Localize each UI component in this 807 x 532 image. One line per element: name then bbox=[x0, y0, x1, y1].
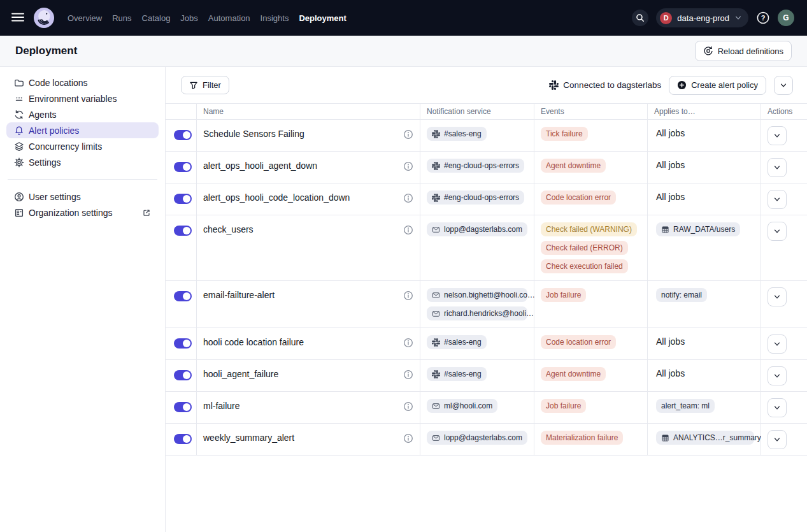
applies-to-text: All jobs bbox=[656, 368, 685, 378]
dagster-logo[interactable] bbox=[34, 8, 54, 28]
notification-service-cell: ml@hooli.com bbox=[420, 392, 534, 423]
service-label: nelson.bighetti@hooli.co… bbox=[444, 291, 535, 299]
help-icon: ? bbox=[756, 11, 770, 25]
alert-enabled-toggle[interactable] bbox=[174, 130, 192, 140]
email-icon bbox=[432, 310, 440, 318]
folder-icon bbox=[14, 78, 24, 88]
filter-button[interactable]: Filter bbox=[181, 76, 229, 94]
info-icon[interactable] bbox=[403, 193, 413, 203]
applies-to-cell: All jobs bbox=[648, 328, 761, 359]
nav-overview[interactable]: Overview bbox=[68, 13, 102, 23]
topbar-right: D data-eng-prod ? G bbox=[632, 8, 794, 27]
sidebar-item-organization-settings[interactable]: Organization settings bbox=[6, 205, 159, 220]
help-button[interactable]: ? bbox=[756, 11, 770, 25]
events-cell: Tick failure bbox=[534, 120, 648, 151]
search-button[interactable] bbox=[632, 10, 648, 26]
user-avatar[interactable]: G bbox=[778, 10, 794, 26]
row-actions-button[interactable] bbox=[768, 366, 787, 385]
page-title: Deployment bbox=[15, 45, 77, 57]
hamburger-menu-button[interactable] bbox=[10, 12, 25, 24]
nav-automation[interactable]: Automation bbox=[208, 13, 250, 23]
event-tag: Code location error bbox=[541, 335, 616, 349]
applies-to-text: All jobs bbox=[656, 192, 685, 202]
toggle-cell bbox=[166, 152, 197, 183]
toggle-cell bbox=[166, 281, 197, 327]
info-icon[interactable] bbox=[403, 291, 413, 301]
name-cell: ml-failure bbox=[197, 392, 420, 423]
applies-to-text: All jobs bbox=[656, 128, 685, 138]
table-header-row: NameNotification serviceEventsApplies to… bbox=[166, 104, 807, 120]
slack-icon bbox=[549, 80, 559, 90]
deployment-switcher[interactable]: D data-eng-prod bbox=[656, 8, 748, 27]
reload-definitions-button[interactable]: Reload definitions bbox=[695, 41, 792, 61]
info-icon[interactable] bbox=[403, 433, 413, 443]
alert-enabled-toggle[interactable] bbox=[174, 162, 192, 172]
column-header-actions: Actions bbox=[761, 104, 807, 119]
info-icon[interactable] bbox=[403, 338, 413, 348]
alert-enabled-toggle[interactable] bbox=[174, 194, 192, 204]
event-tag: Job failure bbox=[541, 399, 586, 413]
row-actions-button[interactable] bbox=[768, 126, 787, 145]
alert-policy-name: ml-failure bbox=[203, 401, 240, 411]
sidebar-item-concurrency-limits[interactable]: Concurrency limits bbox=[6, 138, 159, 154]
info-icon[interactable] bbox=[403, 370, 413, 380]
notification-service-cell: lopp@dagsterlabs.com bbox=[420, 424, 534, 455]
nav-deployment[interactable]: Deployment bbox=[299, 13, 346, 23]
chevron-down-icon bbox=[734, 14, 742, 22]
applies-to-label: notify: email bbox=[661, 291, 702, 299]
row-actions-button[interactable] bbox=[768, 190, 787, 209]
alert-policy-name: hooli_agent_failure bbox=[203, 369, 278, 379]
nav-runs[interactable]: Runs bbox=[112, 13, 131, 23]
info-icon[interactable] bbox=[403, 161, 413, 171]
search-icon bbox=[636, 13, 645, 22]
applies-to-cell: notify: email bbox=[648, 281, 761, 327]
column-header-name: Name bbox=[197, 104, 420, 119]
applies-to-label: RAW_DATA/users bbox=[673, 225, 735, 234]
row-actions-button[interactable] bbox=[768, 430, 787, 449]
asset-table-icon bbox=[661, 434, 669, 442]
alert-enabled-toggle[interactable] bbox=[174, 402, 192, 412]
sidebar-item-environment-variables[interactable]: Environment variables bbox=[6, 90, 159, 106]
alert-enabled-toggle[interactable] bbox=[174, 226, 192, 236]
sidebar-item-user-settings[interactable]: User settings bbox=[6, 189, 159, 205]
info-icon[interactable] bbox=[403, 225, 413, 235]
applies-to-cell: RAW_DATA/users bbox=[648, 215, 761, 280]
info-icon[interactable] bbox=[403, 129, 413, 140]
row-actions-button[interactable] bbox=[768, 287, 787, 306]
applies-to-tag: notify: email bbox=[656, 288, 707, 302]
actions-cell bbox=[761, 424, 807, 455]
alert-enabled-toggle[interactable] bbox=[174, 370, 192, 380]
info-icon[interactable] bbox=[403, 401, 413, 412]
row-actions-button[interactable] bbox=[768, 158, 787, 177]
alert-policy-row: weekly_summary_alertlopp@dagsterlabs.com… bbox=[166, 424, 807, 456]
row-actions-button[interactable] bbox=[768, 334, 787, 354]
alert-enabled-toggle[interactable] bbox=[174, 338, 192, 349]
row-actions-button[interactable] bbox=[768, 222, 787, 241]
sidebar-item-agents[interactable]: Agents bbox=[6, 106, 159, 122]
sidebar-item-code-locations[interactable]: Code locations bbox=[6, 75, 159, 90]
events-cell: Materialization failure bbox=[534, 424, 648, 455]
slack-icon bbox=[432, 162, 440, 170]
row-actions-button[interactable] bbox=[768, 398, 787, 417]
events-cell: Code location error bbox=[534, 183, 648, 215]
events-cell: Agent downtime bbox=[534, 152, 648, 183]
create-policy-menu-button[interactable] bbox=[774, 76, 793, 95]
sidebar-item-settings[interactable]: Settings bbox=[6, 154, 159, 170]
nav-catalog[interactable]: Catalog bbox=[142, 13, 171, 23]
service-label: ml@hooli.com bbox=[444, 401, 492, 410]
nav-insights[interactable]: Insights bbox=[261, 13, 289, 23]
alert-enabled-toggle[interactable] bbox=[174, 291, 192, 301]
nav-jobs[interactable]: Jobs bbox=[180, 13, 197, 23]
applies-to-cell: All jobs bbox=[648, 120, 761, 151]
notification-service-cell: nelson.bighetti@hooli.co…richard.hendric… bbox=[420, 281, 534, 327]
alert-enabled-toggle[interactable] bbox=[174, 434, 192, 444]
events-cell: Agent downtime bbox=[534, 360, 648, 391]
filter-icon bbox=[189, 81, 198, 90]
sidebar-item-alert-policies[interactable]: Alert policies bbox=[6, 122, 159, 138]
notification-service-cell: #sales-eng bbox=[420, 328, 534, 359]
service-label: #sales-eng bbox=[444, 338, 482, 347]
create-alert-policy-button[interactable]: Create alert policy bbox=[669, 76, 766, 95]
chevron-down-icon bbox=[773, 404, 781, 412]
service-label: #eng-cloud-ops-errors bbox=[444, 161, 519, 170]
notification-service-cell: lopp@dagsterlabs.com bbox=[420, 215, 534, 280]
